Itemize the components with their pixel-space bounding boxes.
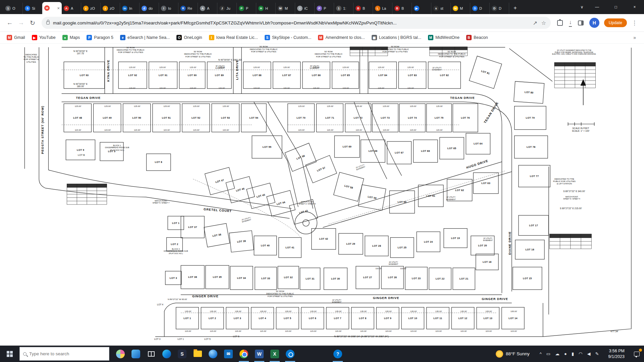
- browser-tab[interactable]: AA: [198, 3, 217, 14]
- volume-icon[interactable]: ◀: [587, 351, 590, 356]
- browser-tab[interactable]: 1O: [3, 3, 23, 14]
- update-button[interactable]: Update: [604, 18, 627, 27]
- browser-tab[interactable]: HH: [256, 3, 276, 14]
- browser-tab[interactable]: LLa: [373, 3, 392, 14]
- weather-widget[interactable]: 88°F Sunny: [496, 350, 530, 358]
- browser-tab[interactable]: ddo: [140, 3, 159, 14]
- browser-tab[interactable]: MM: [451, 3, 470, 14]
- browser-tab[interactable]: RRe: [178, 3, 198, 14]
- browser-tab[interactable]: PP: [237, 3, 256, 14]
- browser-tab[interactable]: DD: [470, 3, 490, 14]
- browser-tab[interactable]: inIn: [120, 3, 140, 14]
- browser-tab[interactable]: BB: [354, 3, 373, 14]
- tab-favicon-icon: in: [122, 6, 127, 11]
- bookmark-item[interactable]: BBeacon: [466, 35, 488, 40]
- street-name-label: GINGER DRIVE: [373, 296, 399, 300]
- minimize-button[interactable]: —: [588, 0, 606, 14]
- tab-search-chevron-icon[interactable]: ∨: [576, 5, 588, 9]
- widgets-button[interactable]: [113, 346, 128, 362]
- browser-tab[interactable]: JJu: [217, 3, 237, 14]
- word-button[interactable]: W: [252, 346, 267, 362]
- bookmark-item[interactable]: ●Maps: [62, 35, 80, 40]
- hidden-icons-chevron-icon[interactable]: ^: [540, 351, 542, 356]
- battery-icon[interactable]: ▮: [572, 351, 574, 356]
- browser-tab[interactable]: IIo: [159, 3, 178, 14]
- plat-lot: LOT 74: [399, 104, 425, 132]
- excel-button[interactable]: X: [267, 346, 282, 362]
- help-button[interactable]: ?: [330, 346, 345, 362]
- display-icon[interactable]: ▭: [546, 351, 550, 356]
- street-name-label: DIANE DRIVE: [508, 231, 512, 255]
- bookmarks-overflow-icon[interactable]: »: [633, 35, 641, 40]
- search-input[interactable]: [29, 351, 96, 356]
- browser-tab[interactable]: M×: [42, 2, 62, 14]
- back-button[interactable]: ←: [4, 17, 15, 28]
- dark-app-button[interactable]: S: [174, 346, 190, 362]
- browser-tab[interactable]: 11:: [334, 3, 354, 14]
- plat-lot: LOT 92: [118, 62, 147, 89]
- wifi-icon[interactable]: ◠: [579, 351, 582, 356]
- browser-tab[interactable]: DD: [490, 3, 509, 14]
- forward-button[interactable]: →: [15, 17, 27, 28]
- browser-tab[interactable]: AA: [62, 3, 81, 14]
- pen-icon[interactable]: ✎: [595, 351, 599, 356]
- bookmark-item[interactable]: IIowa Real Estate Lic...: [209, 35, 258, 40]
- bookmark-item[interactable]: SSkySlope - Custom...: [265, 35, 311, 40]
- action-center-button[interactable]: [629, 346, 644, 362]
- bookmark-item[interactable]: ▦Locations | BGRS tal...: [372, 35, 421, 40]
- address-bar[interactable]: mail.google.com/mail/u/0/?zx=xg2y5nj15ma…: [42, 17, 551, 29]
- extensions-icon[interactable]: [557, 20, 563, 26]
- file-explorer-button[interactable]: [190, 346, 205, 362]
- bookmark-item[interactable]: OOneLogin: [176, 35, 202, 40]
- bookmark-star-icon[interactable]: ☆: [541, 20, 546, 26]
- bookmark-label: Iowa Real Estate Lic...: [216, 35, 258, 40]
- outlook-button[interactable]: ✉: [221, 346, 236, 362]
- plat-annotation: 50' ROW DEDICATED TO THE PUBLIC FOR STRE…: [266, 290, 294, 298]
- browser-tab[interactable]: PP: [315, 3, 334, 14]
- edge-button[interactable]: [159, 346, 174, 362]
- widget-app-button[interactable]: [128, 346, 144, 362]
- bookmark-item[interactable]: MMidWestOne: [428, 35, 460, 40]
- tab-close-icon[interactable]: ×: [57, 6, 60, 11]
- bookmark-item[interactable]: ▶YouTube: [32, 35, 56, 40]
- bookmark-item[interactable]: eeSearch | Name Sea...: [120, 35, 170, 40]
- onedrive-icon[interactable]: ☁: [555, 351, 559, 356]
- lot-label: LOT 61: [426, 195, 435, 197]
- close-button[interactable]: ×: [625, 0, 644, 14]
- browser-tab[interactable]: ▶: [412, 3, 431, 14]
- chrome-button[interactable]: [236, 346, 252, 362]
- browser-menu-icon[interactable]: ⋮: [632, 19, 637, 26]
- start-button[interactable]: [0, 346, 19, 362]
- browser-tab[interactable]: MM: [276, 3, 295, 14]
- blue-browser-button[interactable]: [205, 346, 221, 362]
- plat-lot: LOT 41: [278, 237, 302, 258]
- taskbar-search[interactable]: [19, 347, 109, 361]
- side-panel-icon[interactable]: [578, 20, 584, 25]
- plat-map[interactable]: LOT 93LOT 92LOT 91LOT 90LOT 89LOT 88LOT …: [0, 44, 644, 346]
- share-icon[interactable]: ↗: [533, 20, 537, 26]
- tab-favicon-icon: D: [472, 6, 478, 11]
- new-tab-button[interactable]: +: [511, 3, 520, 13]
- plat-lot: LOT 15: [513, 267, 542, 290]
- browser-tab[interactable]: SSi: [23, 3, 42, 14]
- lot-label: LOT 8: [155, 161, 162, 163]
- browser-tab[interactable]: sst: [431, 3, 451, 14]
- browser-tab[interactable]: iiC: [295, 3, 315, 14]
- tab-title: La: [382, 6, 386, 10]
- bookmark-label: Amendment to clos...: [325, 35, 365, 40]
- browser-tab[interactable]: zzO: [101, 3, 120, 14]
- task-view-button[interactable]: [144, 346, 159, 362]
- reload-button[interactable]: ↻: [27, 17, 38, 28]
- url-text[interactable]: mail.google.com/mail/u/0/?zx=xg2y5nj15ma…: [53, 20, 529, 25]
- maximize-button[interactable]: □: [606, 0, 625, 14]
- bookmark-item[interactable]: MAmendment to clos...: [318, 35, 365, 40]
- browser-tab[interactable]: BB: [392, 3, 412, 14]
- camera-app-button[interactable]: [282, 346, 298, 362]
- browser-tab[interactable]: zzO: [81, 3, 101, 14]
- downloads-icon[interactable]: ↓: [569, 19, 572, 27]
- status-dot-icon[interactable]: ●: [564, 351, 567, 356]
- taskbar-clock[interactable]: 3:56 PM 9/1/2023: [608, 348, 625, 360]
- bookmark-item[interactable]: MGmail: [7, 35, 25, 40]
- bookmark-item[interactable]: PParagon 5: [87, 35, 113, 40]
- profile-avatar[interactable]: H: [589, 18, 599, 28]
